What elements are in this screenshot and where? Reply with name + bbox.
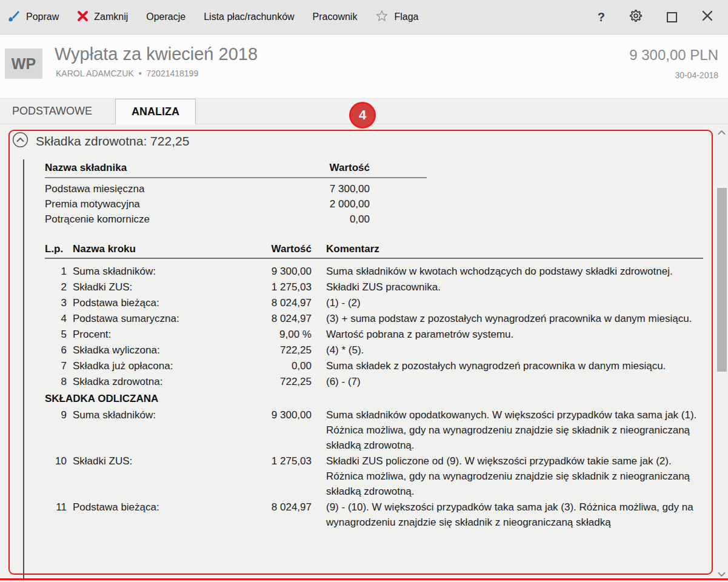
settings-gear-icon[interactable] xyxy=(629,9,643,25)
table-row: 7Składka już opłacona:0,00Suma składek z… xyxy=(45,358,703,373)
step-comment-cell: Wartość pobrana z parametrów systemu. xyxy=(318,327,703,342)
step-value-cell: 1 275,03 xyxy=(249,279,312,295)
step-name-cell: Składki ZUS: xyxy=(73,453,242,499)
components-name-header: Nazwa składnika xyxy=(45,162,230,177)
window-controls: ? xyxy=(598,9,713,25)
annotation-step-badge: 4 xyxy=(349,102,376,129)
help-icon[interactable]: ? xyxy=(598,11,605,23)
step-value-cell: 722,25 xyxy=(249,343,312,358)
document-subtitle: KAROL ADAMCZUK • 72021418199 xyxy=(56,69,198,78)
app-window: Popraw Zamknij Operacje Lista płac/rachu… xyxy=(0,0,728,582)
step-comment-cell: Suma składników opodatkowanych. W większ… xyxy=(318,407,703,453)
component-name-cell: Podstawa miesięczna xyxy=(45,181,230,196)
collapse-chevron-icon[interactable] xyxy=(12,132,28,150)
table-row: 5Procent:9,00 %Wartość pobrana z paramet… xyxy=(45,327,703,342)
step-comment-cell: (3) + suma podstaw z pozostałych wynagro… xyxy=(318,311,703,326)
steps-value-header: Wartość xyxy=(249,243,312,258)
document-header: WP Wypłata za kwiecień 2018 KAROL ADAMCZ… xyxy=(0,35,728,99)
operacje-label: Operacje xyxy=(146,12,185,22)
step-name-cell: Składka zdrowotna: xyxy=(73,374,242,389)
document-type-badge: WP xyxy=(5,48,42,79)
step-comment-cell: Składki ZUS policzone od (9). W większoś… xyxy=(318,453,703,499)
step-value-cell: 0,00 xyxy=(249,358,312,373)
step-number-cell: 3 xyxy=(45,295,67,310)
close-red-icon xyxy=(77,10,88,24)
step-comment-cell: Składki ZUS pracownika. xyxy=(318,279,703,295)
step-name-cell: Podstawa sumaryczna: xyxy=(73,311,242,326)
table-row: Potrącenie komornicze0,00 xyxy=(45,212,427,227)
scrollbar-thumb[interactable] xyxy=(717,188,727,372)
table-row: 8Składka zdrowotna:722,25(6) - (7) xyxy=(45,374,703,389)
steps-table-header: L.p. Nazwa kroku Wartość Komentarz xyxy=(45,243,703,259)
subtitle-separator-dot: • xyxy=(139,69,142,78)
payment-amount: 9 300,00 PLN xyxy=(629,47,718,64)
lista-plac-label: Lista płac/rachunków xyxy=(204,12,294,22)
steps-lp-header: L.p. xyxy=(45,243,67,258)
zamknij-label: Zamknij xyxy=(94,12,128,22)
component-value-cell: 7 300,00 xyxy=(230,181,370,196)
steps-table: L.p. Nazwa kroku Wartość Komentarz 1Suma… xyxy=(45,243,703,530)
page-title: Wypłata za kwiecień 2018 xyxy=(55,44,258,64)
zamknij-button[interactable]: Zamknij xyxy=(77,10,128,24)
flaga-label: Flaga xyxy=(394,12,418,22)
step-name-cell: Składka już opłacona: xyxy=(73,358,242,373)
step-number-cell: 6 xyxy=(45,343,67,358)
table-row: Podstawa miesięczna7 300,00 xyxy=(45,181,427,196)
brush-icon xyxy=(7,9,21,25)
scrollbar-up-icon[interactable] xyxy=(715,125,728,139)
step-value-cell: 9,00 % xyxy=(249,327,312,342)
flaga-button[interactable]: Flaga xyxy=(375,9,418,25)
table-row: 9Suma składników:9 300,00Suma składników… xyxy=(45,407,703,453)
component-name-cell: Potrącenie komornicze xyxy=(45,212,230,227)
lista-plac-button[interactable]: Lista płac/rachunków xyxy=(204,12,294,22)
operacje-button[interactable]: Operacje xyxy=(146,12,185,22)
section-header[interactable]: Składka zdrowotna: 722,25 xyxy=(12,132,189,150)
component-value-cell: 0,00 xyxy=(230,212,370,227)
tab-analiza[interactable]: ANALIZA xyxy=(115,99,196,124)
step-value-cell: 9 300,00 xyxy=(249,407,312,453)
components-value-header: Wartość xyxy=(230,162,370,177)
maximize-icon[interactable] xyxy=(667,12,677,22)
component-value-cell: 2 000,00 xyxy=(230,196,370,212)
section-title: Składka zdrowotna: 722,25 xyxy=(36,134,189,149)
step-name-cell: Suma składników: xyxy=(73,264,242,279)
table-row: 10Składki ZUS:1 275,03Składki ZUS policz… xyxy=(45,453,703,499)
step-number-cell: 11 xyxy=(45,500,67,530)
step-comment-cell: (6) - (7) xyxy=(318,374,703,389)
step-comment-cell: (9) - (10). W większości przypadków taka… xyxy=(318,500,703,530)
step-name-cell: Składka wyliczona: xyxy=(73,343,242,358)
pracownik-label: Pracownik xyxy=(313,12,358,22)
step-value-cell: 9 300,00 xyxy=(249,264,312,279)
step-number-cell: 1 xyxy=(45,264,67,279)
pracownik-button[interactable]: Pracownik xyxy=(313,12,358,22)
components-table: Nazwa składnika Wartość Podstawa miesięc… xyxy=(45,162,427,227)
steps-name-header: Nazwa kroku xyxy=(73,243,242,258)
scrollbar-down-icon[interactable] xyxy=(715,567,728,581)
step-value-cell: 722,25 xyxy=(249,374,312,389)
step-comment-cell: Suma składników w kwotach wchodzących do… xyxy=(318,264,703,279)
step-number-cell: 10 xyxy=(45,453,67,499)
components-table-header: Nazwa składnika Wartość xyxy=(45,162,427,178)
steps-subheading: SKŁADKA ODLICZANA xyxy=(45,391,703,406)
table-row: 6Składka wyliczona:722,25(4) * (5). xyxy=(45,343,703,358)
table-row: 2Składki ZUS:1 275,03Składki ZUS pracown… xyxy=(45,279,703,295)
step-name-cell: Podstawa bieżąca: xyxy=(73,500,242,530)
step-comment-cell: Suma składek z pozostałych wynagrodzeń p… xyxy=(318,358,703,373)
tab-podstawowe[interactable]: PODSTAWOWE xyxy=(0,99,104,124)
step-number-cell: 4 xyxy=(45,311,67,326)
popraw-button[interactable]: Popraw xyxy=(7,9,59,25)
close-window-icon[interactable] xyxy=(701,10,713,24)
step-value-cell: 8 024,97 xyxy=(249,311,312,326)
step-name-cell: Podstawa bieżąca: xyxy=(73,295,242,310)
steps-table-body: 1Suma składników:9 300,00Suma składników… xyxy=(45,259,703,530)
step-value-cell: 1 275,03 xyxy=(249,453,312,499)
section-indent-line xyxy=(23,159,24,579)
step-comment-cell: (4) * (5). xyxy=(318,343,703,358)
steps-comment-header: Komentarz xyxy=(318,243,703,258)
vertical-scrollbar[interactable] xyxy=(715,124,728,582)
table-row: 11Podstawa bieżąca:8 024,97(9) - (10). W… xyxy=(45,500,703,530)
step-name-cell: Suma składników: xyxy=(73,407,242,453)
step-number-cell: 8 xyxy=(45,374,67,389)
table-row: Premia motywacyjna2 000,00 xyxy=(45,196,427,212)
analysis-panel: Składka zdrowotna: 722,25 Nazwa składnik… xyxy=(0,124,715,582)
